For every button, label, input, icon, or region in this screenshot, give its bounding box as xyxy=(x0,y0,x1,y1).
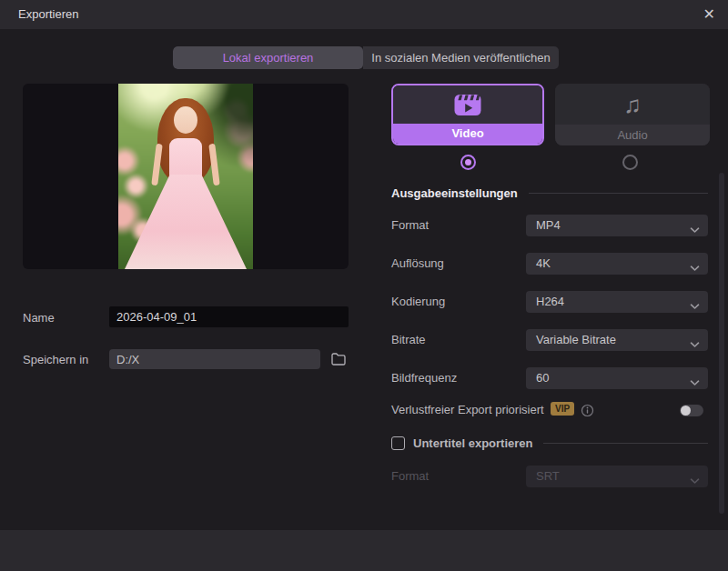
resolution-row: Auflösung 4K xyxy=(391,253,708,275)
export-mode-tabs: Lokal exportieren In sozialen Medien ver… xyxy=(173,46,559,69)
video-clapper-icon xyxy=(393,85,542,124)
titlebar: Exportieren ✕ xyxy=(0,0,728,29)
chevron-down-icon xyxy=(690,299,700,313)
save-location-input[interactable] xyxy=(109,349,320,369)
video-preview xyxy=(23,84,349,269)
dialog-title: Exportieren xyxy=(18,0,78,29)
format-label: Format xyxy=(391,218,429,232)
audio-note-icon: ♫ xyxy=(555,84,710,125)
format-row: Format MP4 xyxy=(391,215,708,236)
video-radio-button[interactable] xyxy=(460,155,476,170)
format-dropdown[interactable]: MP4 xyxy=(526,215,708,236)
bitrate-label: Bitrate xyxy=(391,333,426,346)
media-card-video[interactable]: Video xyxy=(391,84,544,145)
close-icon[interactable]: ✕ xyxy=(703,0,715,29)
lossless-export-row: Verlustfreier Export priorisiert VIP xyxy=(391,402,708,418)
subtitle-divider xyxy=(543,443,708,444)
output-settings-heading: Ausgabeeinstellungen xyxy=(391,186,708,200)
video-card-label: Video xyxy=(393,124,542,144)
chevron-down-icon xyxy=(690,474,700,487)
folder-icon[interactable] xyxy=(329,350,348,368)
resolution-dropdown[interactable]: 4K xyxy=(526,253,708,275)
chevron-down-icon xyxy=(690,261,700,275)
encoder-row: Kodierung H264 xyxy=(391,291,708,313)
photo-girl-dress-bodice xyxy=(169,138,202,176)
framerate-row: Bildfrequenz 60 xyxy=(391,367,708,389)
encoder-dropdown[interactable]: H264 xyxy=(526,291,708,313)
bitrate-row: Bitrate Variable Bitrate xyxy=(391,329,708,351)
audio-radio-button[interactable] xyxy=(622,155,638,170)
scrollbar-track[interactable] xyxy=(719,173,724,514)
encoder-label: Kodierung xyxy=(391,295,445,308)
audio-card-label: Audio xyxy=(555,125,710,145)
lossless-export-toggle[interactable] xyxy=(680,405,703,416)
preview-photo xyxy=(118,84,253,269)
heading-divider xyxy=(529,193,708,194)
framerate-label: Bildfrequenz xyxy=(391,371,457,385)
tab-local-export[interactable]: Lokal exportieren xyxy=(173,46,363,69)
name-label: Name xyxy=(23,311,55,325)
info-icon[interactable] xyxy=(581,404,594,420)
tab-social-export[interactable]: In sozialen Medien veröffentlichen xyxy=(363,46,559,69)
subtitle-export-row: Untertitel exportieren xyxy=(391,436,708,450)
export-dialog: Exportieren ✕ Lokal exportieren In sozia… xyxy=(0,0,728,571)
footer-bar: 00:03 23.3MB Exportieren xyxy=(0,530,728,571)
chevron-down-icon xyxy=(690,223,700,236)
subtitle-export-label: Untertitel exportieren xyxy=(413,436,532,450)
lossless-export-label: Verlustfreier Export priorisiert xyxy=(391,403,544,416)
save-location-label: Speichern in xyxy=(23,353,88,366)
chevron-down-icon xyxy=(690,376,700,389)
framerate-dropdown[interactable]: 60 xyxy=(526,367,708,389)
vip-badge: VIP xyxy=(545,402,574,416)
resolution-label: Auflösung xyxy=(391,256,444,270)
subtitle-format-row: Format SRT xyxy=(391,466,708,487)
chevron-down-icon xyxy=(690,337,700,351)
media-card-audio[interactable]: ♫ Audio xyxy=(555,84,710,145)
bitrate-dropdown[interactable]: Variable Bitrate xyxy=(526,329,708,351)
subtitle-format-label: Format xyxy=(391,469,429,483)
subtitle-export-checkbox[interactable] xyxy=(391,436,405,450)
name-input[interactable] xyxy=(109,306,349,327)
subtitle-format-dropdown: SRT xyxy=(526,466,708,487)
photo-girl-face xyxy=(174,106,197,134)
